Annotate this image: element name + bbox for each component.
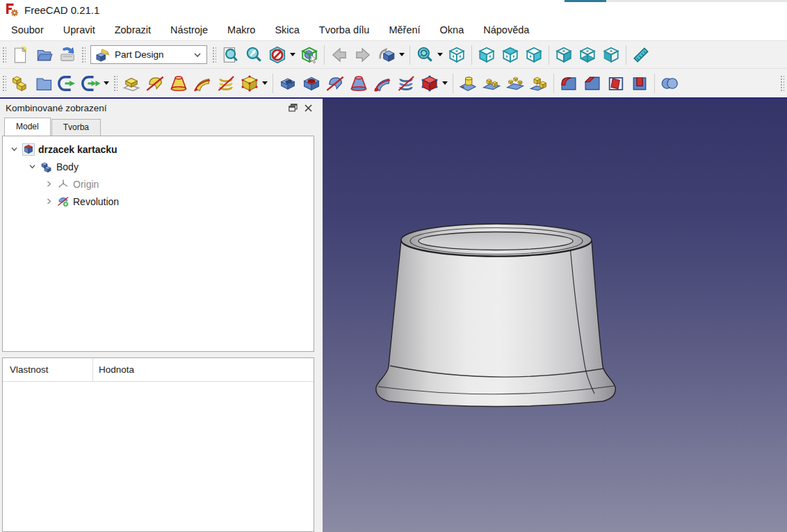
mirrored-icon: [458, 74, 478, 93]
chevron-down-icon[interactable]: [10, 145, 18, 153]
pocket-button[interactable]: [276, 72, 300, 95]
isometric-dropdown-arrow[interactable]: [399, 53, 405, 56]
panel-splitter[interactable]: [0, 352, 320, 357]
additive-primitive-dropdown-arrow[interactable]: [262, 81, 268, 85]
mirrored-button[interactable]: [456, 72, 480, 95]
workbench-selector[interactable]: Part Design: [90, 45, 207, 64]
isometric-view-button[interactable]: [375, 43, 398, 67]
value-column-header[interactable]: Hodnota: [93, 364, 134, 375]
open-document-button[interactable]: [32, 43, 56, 67]
tree-row-document[interactable]: drzacek kartacku: [3, 140, 314, 158]
zoom-sync-button[interactable]: [413, 43, 437, 67]
left-view-button[interactable]: [599, 43, 623, 67]
panel-header[interactable]: Kombinované zobrazení: [0, 99, 320, 117]
linear-pattern-button[interactable]: [480, 72, 503, 95]
make-link-button[interactable]: [56, 72, 79, 95]
additive-primitive-button[interactable]: [238, 72, 261, 95]
tree-body-label: Body: [56, 161, 79, 172]
toolbar-grip[interactable]: [779, 74, 784, 92]
create-group-button[interactable]: [32, 72, 56, 95]
close-icon: [305, 104, 312, 112]
menu-skica[interactable]: Skica: [265, 21, 309, 39]
additive-loft-button[interactable]: [167, 72, 190, 95]
draft-button[interactable]: [604, 72, 628, 95]
tree-row-body[interactable]: Body: [3, 158, 314, 175]
menu-upravit[interactable]: Upravit: [54, 21, 105, 39]
subtractive-primitive-icon: [420, 74, 439, 93]
menu-okna[interactable]: Okna: [430, 21, 474, 39]
menu-zobrazit[interactable]: Zobrazit: [105, 21, 161, 39]
revolution-button[interactable]: [143, 72, 167, 95]
zoom-sync-dropdown-arrow[interactable]: [437, 53, 443, 56]
fit-selection-button[interactable]: [242, 43, 266, 67]
toolbar-grip[interactable]: [113, 74, 117, 92]
hole-icon: [302, 74, 321, 93]
create-body-button[interactable]: [8, 72, 32, 95]
freecad-logo-icon: [5, 3, 19, 17]
navigate-back-button[interactable]: [327, 43, 351, 67]
toolbar-grip[interactable]: [211, 46, 216, 64]
top-view-button[interactable]: [498, 43, 522, 67]
subtractive-loft-button[interactable]: [347, 72, 371, 95]
menu-makro[interactable]: Makro: [218, 21, 265, 39]
tab-tvorba[interactable]: Tvorba: [51, 119, 101, 136]
subtractive-helix-icon: [396, 74, 416, 93]
tree-row-origin[interactable]: Origin: [3, 175, 314, 193]
bottom-view-button[interactable]: [576, 43, 599, 67]
additive-pipe-button[interactable]: [190, 72, 214, 95]
chevron-right-icon[interactable]: [44, 198, 53, 205]
navigate-forward-icon: [354, 46, 372, 64]
subtractive-primitive-dropdown-arrow[interactable]: [442, 81, 448, 85]
subtractive-primitive-button[interactable]: [418, 72, 441, 95]
additive-helix-button[interactable]: [214, 72, 238, 95]
save-document-button[interactable]: [56, 43, 79, 67]
hole-button[interactable]: [300, 72, 323, 95]
toolbar-grip[interactable]: [81, 46, 86, 64]
property-list-empty: [3, 382, 314, 531]
subtractive-helix-button[interactable]: [394, 72, 418, 95]
rear-view-button[interactable]: [552, 43, 576, 67]
axonometric-view-button[interactable]: [445, 43, 469, 67]
panel-float-button[interactable]: [285, 101, 300, 115]
thickness-button[interactable]: [628, 72, 651, 95]
pad-button[interactable]: [120, 72, 143, 95]
make-sub-link-button[interactable]: [79, 72, 103, 95]
tree-row-revolution[interactable]: Revolution: [3, 193, 314, 210]
tree-revolution-label: Revolution: [73, 196, 119, 207]
fillet-button[interactable]: [557, 72, 581, 95]
menu-tvorba-dilu[interactable]: Tvorba dílu: [309, 21, 380, 39]
right-view-button[interactable]: [522, 43, 546, 67]
toolbar-file-view: Part Design: [0, 40, 787, 68]
toolbar-grip[interactable]: [1, 74, 6, 92]
chevron-right-icon[interactable]: [44, 180, 53, 188]
measure-button[interactable]: [629, 43, 653, 67]
navigate-forward-button[interactable]: [351, 43, 375, 67]
groove-icon: [325, 74, 345, 93]
model-revolution[interactable]: [323, 99, 787, 532]
fit-all-button[interactable]: [218, 43, 242, 67]
body-icon: [40, 161, 53, 173]
chamfer-button[interactable]: [581, 72, 604, 95]
link-dropdown-arrow[interactable]: [104, 81, 109, 85]
menu-mereni[interactable]: Měření: [379, 21, 430, 39]
groove-button[interactable]: [323, 72, 347, 95]
tab-model[interactable]: Model: [4, 118, 51, 136]
toolbar-grip[interactable]: [1, 46, 6, 64]
3d-viewport[interactable]: [323, 99, 787, 532]
property-column-header[interactable]: Vlastnost: [3, 358, 93, 381]
new-document-button[interactable]: [8, 43, 32, 67]
multitransform-button[interactable]: [527, 72, 551, 95]
front-view-button[interactable]: [475, 43, 498, 67]
menu-nastroje[interactable]: Nástroje: [161, 21, 218, 39]
subtractive-pipe-button[interactable]: [371, 72, 394, 95]
panel-close-button[interactable]: [300, 101, 316, 115]
chevron-down-icon[interactable]: [28, 163, 36, 170]
box-element-selection-button[interactable]: [298, 43, 321, 67]
menu-soubor[interactable]: Soubor: [1, 21, 54, 39]
toolbar-separator: [273, 74, 273, 93]
clipping-dropdown-arrow[interactable]: [290, 53, 295, 56]
polar-pattern-button[interactable]: [503, 72, 527, 95]
menu-napoveda[interactable]: Nápověda: [473, 21, 539, 39]
clipping-plane-button[interactable]: [266, 43, 289, 67]
boolean-button[interactable]: [658, 72, 681, 95]
